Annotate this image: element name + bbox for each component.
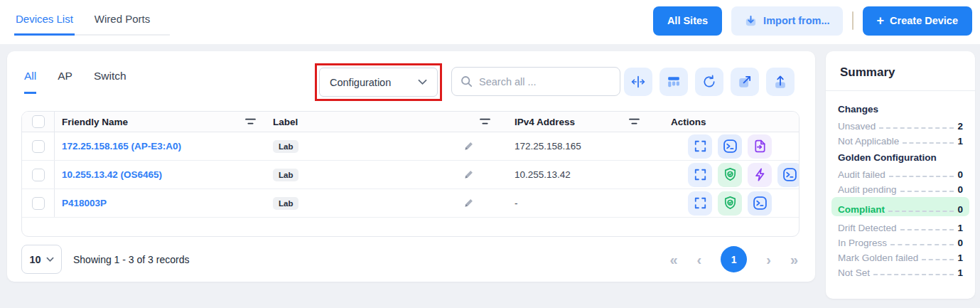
- fullscreen-icon[interactable]: [688, 191, 712, 216]
- edit-label-icon[interactable]: [464, 198, 473, 208]
- table-row: 172.25.158.165 (AP-E3:A0) Lab 172.25.158…: [22, 132, 799, 161]
- summary-row-value: 1: [957, 267, 963, 278]
- summary-row-label: Audit failed: [838, 169, 885, 180]
- devices-table: Friendly Name Label IPv4 Address Actions…: [21, 111, 799, 237]
- column-header-label: Label: [266, 112, 500, 132]
- summary-panel: Summary Changes Unsaved2 Not Applicable1…: [826, 51, 975, 299]
- summary-row-label: Not Applicable: [838, 136, 899, 147]
- device-name-link[interactable]: 10.255.13.42 (OS6465): [55, 169, 266, 180]
- table-header-row: Friendly Name Label IPv4 Address Actions: [22, 112, 799, 132]
- pager: « ‹ 1 › »: [669, 245, 798, 274]
- filter-icon[interactable]: [480, 118, 490, 125]
- column-header-actions: Actions: [650, 112, 799, 132]
- leader-line: [890, 244, 954, 245]
- import-icon: [744, 14, 758, 28]
- row-checkbox[interactable]: [32, 169, 45, 181]
- search-input[interactable]: [479, 76, 612, 87]
- ipv4-value: 10.255.13.42: [500, 169, 650, 180]
- ipv4-value: -: [500, 198, 650, 208]
- label-badge: Lab: [273, 169, 298, 181]
- row-checkbox[interactable]: [32, 197, 45, 210]
- leader-line: [900, 191, 954, 192]
- tab-devices-list[interactable]: Devices List: [14, 9, 75, 36]
- label-badge: Lab: [273, 197, 298, 210]
- tab-switch[interactable]: Switch: [94, 70, 126, 94]
- leader-line: [900, 229, 954, 230]
- next-page-button[interactable]: ›: [766, 253, 771, 267]
- lightning-icon[interactable]: [748, 163, 772, 187]
- file-export-icon[interactable]: [748, 134, 772, 159]
- summary-row: Audit failed0: [838, 165, 963, 180]
- fullscreen-icon[interactable]: [688, 134, 712, 159]
- summary-row-value: 1: [957, 253, 963, 263]
- table-row: 10.255.13.42 (OS6465) Lab 10.255.13.42: [22, 161, 799, 189]
- label-cell: Lab: [266, 197, 500, 210]
- expand-columns-icon[interactable]: [624, 68, 652, 96]
- tab-wired-ports[interactable]: Wired Ports: [93, 9, 151, 34]
- top-bar: Devices List Wired Ports All Sites Impor…: [0, 0, 980, 44]
- terminal-icon[interactable]: [777, 163, 799, 187]
- summary-row-value: 1: [957, 223, 963, 233]
- column-label: Friendly Name: [62, 117, 128, 127]
- import-from-label: Import from...: [763, 15, 829, 26]
- search-icon: [461, 75, 473, 87]
- current-page-button[interactable]: 1: [721, 246, 747, 272]
- table-row: P418003P Lab -: [22, 189, 799, 218]
- summary-row-label: Mark Golden failed: [838, 253, 918, 263]
- summary-row-value: 1: [957, 136, 963, 147]
- refresh-icon[interactable]: [695, 68, 723, 96]
- column-label: Actions: [671, 117, 706, 127]
- leader-line: [922, 259, 954, 260]
- summary-row-label: Audit pending: [838, 184, 897, 195]
- fullscreen-icon[interactable]: [688, 163, 712, 187]
- shield-check-icon[interactable]: [718, 163, 742, 187]
- export-icon[interactable]: [731, 68, 759, 96]
- select-all-checkbox[interactable]: [32, 115, 45, 128]
- summary-row-label: Unsaved: [838, 121, 876, 132]
- import-from-button[interactable]: Import from...: [731, 6, 842, 36]
- button-divider: [852, 11, 854, 30]
- tab-all[interactable]: All: [24, 70, 36, 94]
- summary-row: Not Applicable1: [838, 132, 963, 147]
- all-sites-button[interactable]: All Sites: [653, 6, 722, 36]
- upload-icon[interactable]: [766, 68, 795, 96]
- summary-row-value: 0: [957, 169, 963, 180]
- filter-icon[interactable]: [629, 118, 640, 125]
- device-name-link[interactable]: P418003P: [55, 198, 266, 208]
- summary-row: Drift Detected1: [838, 218, 963, 233]
- column-label: IPv4 Address: [515, 117, 575, 127]
- terminal-icon[interactable]: [748, 191, 772, 216]
- leader-line: [888, 211, 954, 212]
- select-all-cell: [22, 112, 55, 132]
- summary-row-value: 0: [957, 184, 963, 195]
- last-page-button[interactable]: »: [790, 253, 798, 267]
- label-badge: Lab: [273, 140, 298, 153]
- device-name-link[interactable]: 172.25.158.165 (AP-E3:A0): [55, 141, 266, 152]
- edit-label-icon[interactable]: [464, 142, 473, 151]
- summary-section-heading: Golden Configuration: [838, 152, 963, 163]
- device-type-tabs: All AP Switch: [24, 70, 126, 94]
- summary-row: Unsaved2: [838, 117, 963, 132]
- summary-row-label: Compliant: [838, 204, 885, 215]
- search-box: [451, 67, 620, 96]
- terminal-icon[interactable]: [718, 134, 742, 159]
- summary-body: Changes Unsaved2 Not Applicable1 Golden …: [826, 91, 975, 278]
- chevron-down-icon: [418, 79, 427, 85]
- page-size-select[interactable]: 10: [21, 245, 62, 274]
- records-summary: Showing 1 - 3 of 3 records: [73, 254, 189, 265]
- create-device-button[interactable]: + Create Device: [863, 6, 972, 36]
- row-checkbox[interactable]: [32, 140, 45, 153]
- first-page-button[interactable]: «: [669, 253, 677, 267]
- shield-check-icon[interactable]: [718, 191, 742, 216]
- row-actions: [650, 191, 799, 216]
- category-dropdown[interactable]: Configuration: [319, 68, 438, 97]
- column-header-ipv4: IPv4 Address: [500, 112, 650, 132]
- filter-icon[interactable]: [245, 118, 256, 125]
- tab-ap[interactable]: AP: [58, 70, 72, 94]
- page-size-value: 10: [29, 254, 41, 265]
- table-columns-icon[interactable]: [659, 68, 688, 96]
- summary-row-compliant: Compliant0: [831, 197, 969, 216]
- top-tab-group: Devices List Wired Ports: [14, 9, 170, 36]
- edit-label-icon[interactable]: [464, 170, 473, 179]
- prev-page-button[interactable]: ‹: [697, 253, 702, 267]
